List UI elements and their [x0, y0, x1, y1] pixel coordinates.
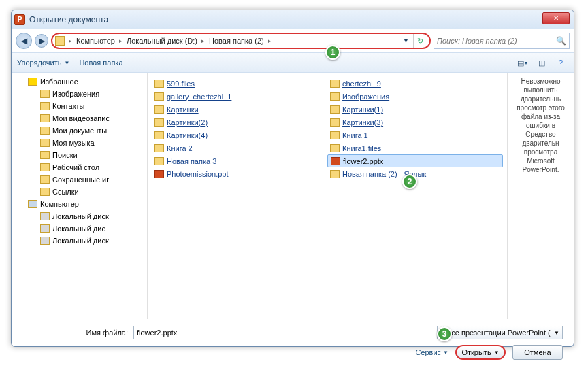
tree-item[interactable]: Избранное — [12, 75, 147, 88]
tree-label: Мои документы — [52, 127, 107, 135]
tree-item[interactable]: Контакты — [12, 100, 147, 112]
folder-icon — [40, 90, 50, 98]
organize-button[interactable]: Упорядочить▼ — [17, 58, 69, 67]
close-button[interactable]: ✕ — [542, 12, 570, 24]
shortcut-icon — [330, 170, 340, 178]
file-item[interactable]: flower2.pptx — [327, 154, 503, 167]
folder-icon — [154, 131, 164, 139]
cancel-button[interactable]: Отмена — [512, 345, 563, 360]
service-button[interactable]: Сервис▼ — [415, 348, 448, 356]
folder-icon — [154, 80, 164, 88]
preview-pane-button[interactable]: ◫ — [534, 56, 549, 69]
tree-item[interactable]: Рабочий стол — [12, 161, 147, 173]
nav-forward-button[interactable]: ▶ — [35, 34, 48, 48]
tree-item[interactable]: Ссылки — [12, 186, 147, 198]
open-button[interactable]: Открыть▼ — [455, 345, 506, 360]
file-label: chertezhi_9 — [342, 80, 381, 88]
file-item[interactable]: Книга1.files — [327, 141, 503, 154]
chevron-right-icon: ▸ — [67, 37, 74, 44]
tree-label: Мои видеозапис — [52, 114, 110, 122]
tree-item[interactable]: Мои документы — [12, 124, 147, 137]
file-label: flower2.pptx — [343, 157, 383, 165]
address-bar[interactable]: ▸ Компьютер ▸ Локальный диск (D:) ▸ Нова… — [51, 33, 431, 49]
file-label: Картинки(3) — [342, 118, 383, 127]
folder-icon — [40, 212, 50, 220]
file-list[interactable]: 599.filesgallery_chertezhi_1КартинкиКарт… — [148, 73, 507, 319]
search-icon: 🔍 — [556, 36, 566, 46]
tree-item[interactable]: Сохраненные иг — [12, 173, 147, 186]
annotation-badge-3: 3 — [437, 326, 452, 341]
tree-label: Локальный диск — [52, 212, 109, 220]
file-item[interactable]: Photoemission.ppt — [152, 167, 327, 180]
folder-icon — [40, 139, 50, 147]
refresh-icon[interactable]: ↻ — [413, 34, 427, 48]
navbar: ◀ ▶ ▸ Компьютер ▸ Локальный диск (D:) ▸ … — [12, 29, 574, 52]
chevron-right-icon: ▸ — [118, 37, 124, 44]
file-label: Photoemission.ppt — [167, 170, 229, 178]
tree-item[interactable]: Локальный диск — [12, 210, 147, 222]
nav-back-button[interactable]: ◀ — [16, 33, 32, 49]
ppt-icon — [331, 157, 340, 165]
preview-pane: Невозможно выполнить дварительнь просмот… — [507, 73, 574, 319]
filename-input[interactable] — [133, 326, 438, 339]
file-label: Картинки(2) — [167, 118, 208, 127]
new-folder-button[interactable]: Новая папка — [79, 58, 122, 67]
folder-icon — [28, 200, 37, 208]
folder-icon — [330, 80, 340, 88]
search-box[interactable]: 🔍 — [434, 33, 570, 49]
footer: Имя файла: Все презентации PowerPoint (▼… — [12, 319, 574, 367]
tree-label: Контакты — [52, 102, 85, 110]
file-label: gallery_chertezhi_1 — [167, 92, 231, 101]
file-item[interactable]: Книга 2 — [152, 141, 327, 154]
tree-item[interactable]: Мои видеозапис — [12, 112, 147, 124]
file-item[interactable]: chertezhi_9 — [327, 77, 503, 90]
file-item[interactable]: Картинки — [152, 103, 327, 116]
file-item[interactable]: Новая папка 3 — [152, 154, 327, 167]
file-item[interactable]: Картинки(4) — [152, 129, 327, 141]
file-label: Книга1.files — [342, 144, 381, 152]
folder-icon — [40, 224, 50, 233]
tree-item[interactable]: Локальный диск — [12, 235, 147, 247]
filetype-select[interactable]: Все презентации PowerPoint (▼ — [443, 326, 563, 339]
file-item[interactable]: Книга 1 — [327, 129, 503, 141]
breadcrumb-seg[interactable]: Компьютер — [74, 37, 118, 45]
file-item[interactable]: gallery_chertezhi_1 — [152, 90, 327, 103]
file-item[interactable]: 599.files — [152, 77, 327, 90]
file-label: Изображения — [342, 92, 389, 101]
tree-label: Сохраненные иг — [52, 175, 109, 184]
chevron-right-icon: ▸ — [200, 37, 206, 44]
file-item[interactable]: Картинки(1) — [327, 103, 503, 116]
nav-tree[interactable]: ИзбранноеИзображенияКонтактыМои видеозап… — [12, 73, 148, 319]
file-item[interactable]: Картинки(3) — [327, 116, 503, 129]
tree-label: Моя музыка — [52, 139, 95, 147]
folder-icon — [330, 131, 340, 139]
tree-label: Избранное — [40, 78, 78, 86]
file-label: Книга 2 — [167, 144, 193, 152]
search-input[interactable] — [437, 37, 556, 45]
help-button[interactable]: ? — [553, 56, 568, 69]
view-options-button[interactable]: ▤▼ — [515, 56, 530, 69]
file-label: 599.files — [167, 80, 195, 88]
file-label: Картинки(4) — [167, 131, 208, 139]
folder-icon — [28, 78, 37, 86]
titlebar: P Открытие документа ✕ — [12, 10, 574, 29]
tree-item[interactable]: Изображения — [12, 88, 147, 100]
folder-icon — [40, 114, 50, 122]
breadcrumb-seg[interactable]: Локальный диск (D:) — [124, 37, 200, 45]
tree-item[interactable]: Локальный дис — [12, 222, 147, 235]
folder-icon — [330, 118, 340, 127]
tree-item[interactable]: Моя музыка — [12, 137, 147, 149]
breadcrumb-seg[interactable]: Новая папка (2) — [206, 37, 267, 45]
file-item[interactable]: Изображения — [327, 90, 503, 103]
folder-icon — [154, 118, 164, 127]
file-label: Картинки — [167, 105, 199, 114]
folder-icon — [154, 92, 164, 101]
tree-item[interactable]: Компьютер — [12, 198, 147, 210]
tree-label: Локальный диск — [52, 237, 109, 245]
filename-label: Имя файла: — [22, 329, 128, 337]
folder-icon — [330, 105, 340, 114]
file-item[interactable]: Картинки(2) — [152, 116, 327, 129]
address-dropdown[interactable]: ▼ — [399, 37, 413, 44]
dialog-body: ИзбранноеИзображенияКонтактыМои видеозап… — [12, 73, 574, 319]
tree-item[interactable]: Поиски — [12, 149, 147, 161]
